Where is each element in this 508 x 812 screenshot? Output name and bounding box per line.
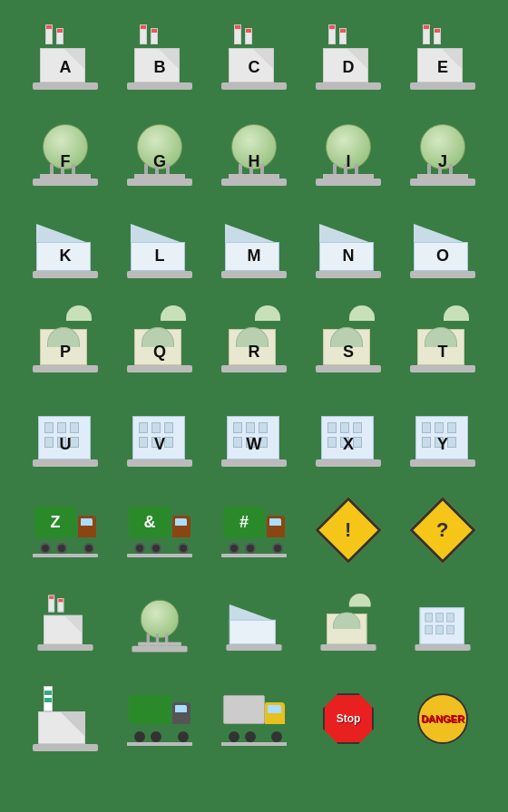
- emoji-cell-P[interactable]: P: [20, 296, 111, 387]
- tunnel-preview: [312, 588, 385, 661]
- office-Y: Y: [406, 400, 479, 472]
- yellow-truck: [218, 682, 290, 755]
- emoji-cell-D[interactable]: D: [303, 14, 394, 104]
- emoji-cell-slope-preview[interactable]: [209, 579, 299, 670]
- emoji-cell-tunnel-preview[interactable]: [303, 579, 394, 670]
- emoji-cell-Y[interactable]: Y: [397, 391, 488, 481]
- office-letter-U: U: [60, 435, 72, 454]
- truck-letter-amp: &: [144, 513, 156, 532]
- slope-letter-L: L: [155, 246, 165, 266]
- gastank-letter-I: I: [346, 152, 350, 171]
- warning-sign: !: [312, 494, 385, 566]
- slope-O: O: [406, 211, 479, 284]
- danger-sign: DANGER: [406, 682, 479, 755]
- office-letter-Y: Y: [437, 435, 448, 454]
- tunnel-R: R: [218, 305, 290, 378]
- office-preview: [406, 588, 479, 661]
- emoji-cell-F[interactable]: F: [20, 108, 111, 198]
- emoji-grid: A B C: [15, 9, 493, 768]
- slope-M: M: [218, 211, 290, 284]
- emoji-cell-K[interactable]: K: [20, 202, 111, 293]
- emoji-cell-Z[interactable]: Z: [20, 485, 111, 575]
- emoji-cell-warning[interactable]: !: [303, 485, 394, 575]
- gastank-letter-H: H: [249, 152, 260, 171]
- tunnel-letter-P: P: [60, 343, 71, 362]
- gastank-G: G: [123, 117, 196, 189]
- truck-hash: #: [218, 494, 290, 566]
- emoji-cell-O[interactable]: O: [397, 202, 488, 293]
- slope-preview: [218, 588, 290, 661]
- emoji-cell-G[interactable]: G: [114, 108, 205, 198]
- slope-K: K: [29, 211, 102, 284]
- stop-sign: Stop: [312, 682, 385, 755]
- tunnel-letter-R: R: [249, 343, 260, 362]
- question-icon: ?: [436, 518, 448, 542]
- emoji-cell-B[interactable]: B: [114, 14, 205, 104]
- emoji-cell-U[interactable]: U: [20, 391, 111, 481]
- emoji-cell-S[interactable]: S: [303, 296, 394, 387]
- office-letter-V: V: [154, 435, 165, 454]
- emoji-cell-J[interactable]: J: [397, 108, 488, 198]
- emoji-cell-N[interactable]: N: [303, 202, 394, 293]
- gastank-J: J: [406, 117, 479, 189]
- gastank-letter-F: F: [61, 152, 71, 171]
- slope-N: N: [312, 211, 385, 284]
- stop-label: Stop: [337, 712, 361, 725]
- emoji-cell-danger[interactable]: DANGER: [397, 673, 488, 764]
- gastank-preview: [123, 588, 196, 661]
- gastank-letter-J: J: [438, 152, 447, 171]
- emoji-cell-factory2[interactable]: [20, 673, 111, 764]
- green-truck: [123, 682, 196, 755]
- emoji-cell-question[interactable]: ?: [397, 485, 488, 575]
- factory-C: C: [218, 23, 290, 95]
- truck-letter-hash: #: [239, 513, 249, 532]
- emoji-cell-E[interactable]: E: [397, 14, 488, 104]
- office-U: U: [29, 400, 102, 472]
- factory-preview: [29, 588, 102, 661]
- emoji-cell-I[interactable]: I: [303, 108, 394, 198]
- factory-letter-D: D: [343, 58, 355, 77]
- factory-letter-C: C: [249, 58, 260, 77]
- emoji-cell-X[interactable]: X: [303, 391, 394, 481]
- emoji-cell-T[interactable]: T: [397, 296, 488, 387]
- emoji-cell-hash[interactable]: #: [209, 485, 299, 575]
- gastank-F: F: [29, 117, 102, 189]
- emoji-cell-C[interactable]: C: [209, 14, 299, 104]
- emoji-cell-H[interactable]: H: [209, 108, 299, 198]
- emoji-cell-M[interactable]: M: [209, 202, 299, 293]
- emoji-cell-factory-preview[interactable]: [20, 579, 111, 670]
- office-X: X: [312, 400, 385, 472]
- factory-D: D: [312, 23, 385, 95]
- warning-icon: !: [345, 518, 351, 542]
- slope-letter-O: O: [436, 246, 449, 266]
- gastank-letter-G: G: [153, 152, 166, 171]
- emoji-cell-green-truck[interactable]: [114, 673, 205, 764]
- factory-letter-A: A: [60, 58, 72, 77]
- gastank-H: H: [218, 117, 290, 189]
- factory-letter-E: E: [437, 58, 448, 77]
- tunnel-letter-Q: Q: [153, 343, 166, 362]
- office-letter-X: X: [343, 435, 354, 454]
- emoji-cell-amp[interactable]: &: [114, 485, 205, 575]
- emoji-cell-A[interactable]: A: [20, 14, 111, 104]
- tunnel-letter-T: T: [438, 343, 448, 362]
- emoji-cell-R[interactable]: R: [209, 296, 299, 387]
- emoji-cell-office-preview[interactable]: [397, 579, 488, 670]
- slope-letter-N: N: [343, 246, 355, 266]
- emoji-cell-L[interactable]: L: [114, 202, 205, 293]
- factory-letter-B: B: [154, 58, 166, 77]
- emoji-cell-gastank-preview[interactable]: [114, 579, 205, 670]
- tunnel-P: P: [29, 305, 102, 378]
- factory-E: E: [406, 23, 479, 95]
- truck-Z: Z: [29, 494, 102, 566]
- office-V: V: [123, 400, 196, 472]
- danger-label: DANGER: [421, 713, 464, 724]
- emoji-cell-Q[interactable]: Q: [114, 296, 205, 387]
- emoji-cell-yellow-truck[interactable]: [209, 673, 299, 764]
- office-letter-W: W: [247, 435, 262, 454]
- emoji-cell-W[interactable]: W: [209, 391, 299, 481]
- factory-A: A: [29, 23, 102, 95]
- truck-amp: &: [123, 494, 196, 566]
- emoji-cell-V[interactable]: V: [114, 391, 205, 481]
- emoji-cell-stop[interactable]: Stop: [303, 673, 394, 764]
